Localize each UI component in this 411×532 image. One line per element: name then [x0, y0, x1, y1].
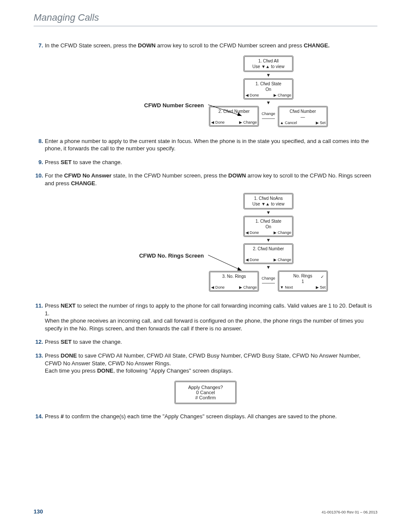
svg-marker-1 [237, 112, 242, 116]
down-arrow-icon: ▼ [266, 100, 271, 106]
step-13: 13. Press DONE to save CFWD All Number, … [34, 352, 377, 375]
change-label: Change [259, 112, 278, 116]
change-label: Change [259, 276, 278, 280]
diagram-label: CFWD No. Rings Screen [139, 252, 204, 259]
arrow-icon [208, 104, 247, 121]
down-arrow-icon: ▼ [266, 237, 271, 243]
screen-cfwd-state: 1. Cfwd State On ◀ Done▶ Change [243, 78, 293, 100]
screen-apply-changes: Apply Changes? 0 Cancel # Confirm [174, 381, 237, 404]
svg-line-0 [208, 105, 242, 116]
connector-line [262, 118, 275, 119]
step-10: 10. For the CFWD No Answer state, In the… [34, 172, 377, 187]
step-7: 7. In the CFWD State screen, press the D… [34, 42, 377, 50]
step-11: 11. Press NEXT to select the number of r… [34, 302, 377, 332]
arrow-icon [208, 254, 247, 276]
down-arrow-icon: ▼ [266, 264, 271, 271]
step-9: 9. Press SET to save the change. [34, 159, 377, 166]
screen-cfwd-number-edit: Cfwd Number — ▲ Cancel▶ Set [278, 106, 328, 127]
down-arrow-icon: ▼ [266, 72, 271, 78]
screen-cfwd-all: 1. Cfwd All Use ▼▲ to view [243, 56, 293, 72]
diagram-cfwd-rings: CFWD No. Rings Screen 1. Cfwd NoAns Use … [34, 193, 377, 292]
page-number: 130 [34, 508, 43, 515]
connector-line [262, 283, 275, 283]
svg-marker-3 [237, 267, 242, 271]
step-8: 8. Enter a phone number to apply to the … [34, 137, 377, 152]
screen-cfwd-number: 2. Cfwd Number ◀ Done▶ Change [243, 243, 293, 264]
page-footer: 130 41-001376-00 Rev 01 – 06.2013 [0, 508, 411, 532]
step-text: In the CFWD State screen, press the DOWN… [45, 42, 377, 50]
screen-cfwd-noans: 1. Cfwd NoAns Use ▼▲ to view [243, 193, 293, 209]
document-id: 41-001376-00 Rev 01 – 06.2013 [321, 510, 377, 514]
svg-line-2 [208, 255, 242, 271]
down-arrow-icon: ▼ [266, 209, 271, 216]
diagram-cfwd-number: CFWD Number Screen 1. Cfwd All Use ▼▲ to… [34, 56, 377, 127]
screen-no-rings-edit: ✓ No. Rings 1 ▼ Next▶ Set [278, 271, 328, 292]
diagram-label: CFWD Number Screen [144, 102, 204, 109]
step-14: 14. Press # to confirm the change(s) eac… [34, 413, 377, 420]
page-header: Managing Calls [34, 12, 377, 26]
step-12: 12. Press SET to save the change. [34, 338, 377, 346]
step-number: 7. [34, 42, 43, 50]
check-icon: ✓ [321, 274, 324, 279]
screen-cfwd-state: 1. Cfwd State On ◀ Done▶ Change [243, 216, 293, 237]
